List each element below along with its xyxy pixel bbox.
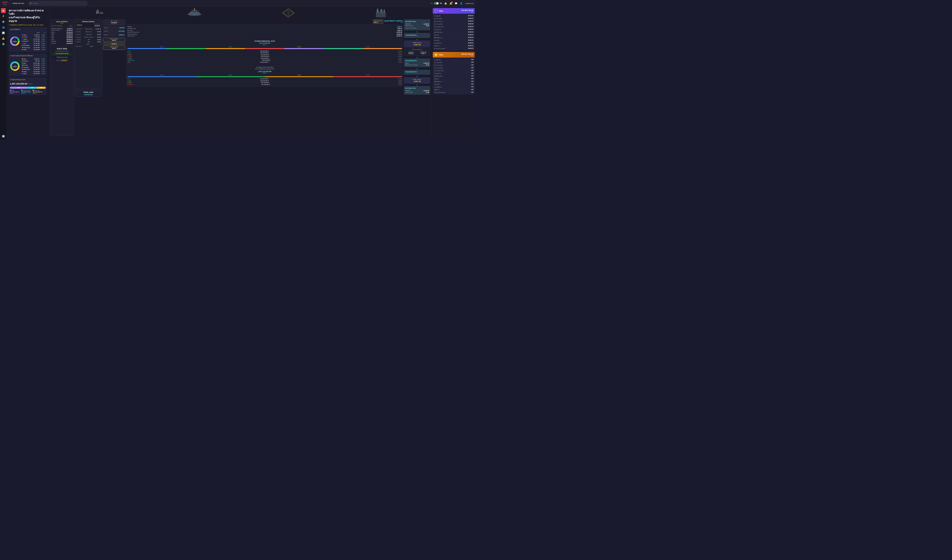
gas-supply-title: GAS SUPPLY [51, 20, 73, 23]
plant-row-biogas: Bio Gas 18,748.458 0.05% [21, 65, 46, 66]
sidebar-item-chart[interactable]: 📊 [1, 31, 6, 35]
stat-label: สถาบันปิดตรอ [434, 86, 442, 88]
ips-re-area: IPS/RE 3,844.02 1,117.76 [405, 51, 417, 55]
lpg-petrochem: LPG&Petrochemical [51, 56, 73, 59]
user-icon[interactable]: 👤 [460, 2, 463, 5]
gas-demand-box: ความต้องการก๊าซธรรมชาติแยกตามภาคไฟฟ้าและ… [127, 65, 403, 86]
fuel-table: GWh % Hydro 18,460.47 3.06% Fuel oil 105… [21, 32, 46, 51]
lng-lt-spot-box: LNG LT+SPOT 20,705.41 20,705.41 [103, 20, 125, 26]
stat-label: กิจการนาดใหญ่ [434, 23, 443, 25]
svg-marker-19 [97, 9, 99, 14]
pea-bot-unit: GWh [461, 55, 473, 57]
electricity-section-title: การผลิตพลังงานไฟฟ้าในระบบ (กฟน. กฟภ. และ… [9, 24, 47, 26]
sys-op-pct-bars: 36.06% 36.06% 36.06% 36.06% [127, 46, 402, 48]
elec-supply-unit: GWh [385, 22, 403, 23]
svg-rect-17 [101, 12, 101, 14]
fuel-row-naturalgas: Natural Gas 18,748.458 0.05% [21, 46, 46, 49]
public-service-bot: Public Service 3,567.56 [404, 77, 430, 84]
stat-row: สถาบันปิดตรอ38,263.31 [434, 42, 474, 45]
plant-row-hydro: Hydro 18,748.458 0.05% [21, 73, 46, 75]
gas-legend: LNG 427,576,465.04 MMBTU Myanmar Gas 249… [10, 90, 46, 94]
search-bar[interactable]: 🔍 [28, 1, 88, 6]
stat-label: จำหน่ายต่างประเทศ [434, 91, 445, 93]
sidebar-item-people[interactable]: 👥 [1, 25, 6, 30]
sidebar-item-alert[interactable]: ⚠️ [1, 36, 6, 41]
gs-col-name: GULF OF THAILAND [51, 25, 62, 26]
stat-value: 38,263.31 [468, 34, 473, 36]
yadana-box: 00.000 YADANA [103, 26, 125, 29]
gas-supply-column: GAS SUPPLY BBTU GULF OF THAILAND BBTU Be… [50, 20, 74, 136]
plant-row-solar: Solar 18,460.47 3.06% [21, 58, 46, 60]
search-input[interactable] [33, 3, 85, 5]
sidebar-item-bolt[interactable]: ⚡ [1, 14, 6, 19]
elec-supply-section: Direct Customer 942.71 ELECTRICITY SUPPL… [127, 20, 403, 136]
lang-th[interactable]: TH [440, 3, 442, 5]
gas-separation-plant: Gas Separation Plant ◆ [51, 52, 73, 55]
pipe-row-ipp2: ● 00.000 IPP 00.000 [76, 39, 101, 41]
notification-badge: 3 [451, 2, 453, 3]
message-icon[interactable]: 💬 [455, 2, 457, 5]
lhv-value: 4,103.12 [77, 24, 82, 26]
ps-bot-title: Public Service [405, 79, 429, 80]
trans-egat-row: EGAT Direct Customer 22.48 [405, 64, 429, 66]
notification-icon[interactable]: 🔔 3 [450, 2, 452, 5]
page-title: สถานการณ์การผลิตและจำหน่ายไฟฟ้า และก๊าซธ… [9, 9, 47, 23]
stat-label: สูบน้ำเพื่อเกษตร [434, 31, 443, 33]
svg-rect-22 [190, 12, 199, 15]
stat-value: 0.00 [471, 78, 473, 80]
elec-supply-title: ELECTRICITY SUPPLY [385, 20, 403, 22]
stat-row: กิจการเฉพาะอย่าง0.00 [434, 69, 474, 72]
sidebar-item-expand[interactable]: ➡️ [1, 134, 6, 139]
stat-label: สถาบันปิดตรอ [434, 42, 442, 44]
svg-rect-31 [376, 12, 386, 17]
header: PTT LNG HOME /หน้าหลัก 🔍 EN TH 🏠 🔔 3 💬 👤… [0, 0, 476, 7]
fuel-row-import: Import 18,748.458 0.05% [21, 49, 46, 51]
stat-value: 38,263.31 [468, 28, 473, 31]
ips-non-re-area: IPS/Non RE 6,565.34 263 [418, 51, 429, 55]
elec-supply-title-area: ELECTRICITY SUPPLY GWh [385, 20, 403, 23]
sys-op-value: 1,487,153,550.000 [127, 42, 402, 44]
ship-icon [187, 8, 202, 17]
lang-en[interactable]: EN [431, 3, 433, 5]
stat-label: สูบน้ำเพื่อเกษตร [434, 75, 443, 77]
stat-row: สูบน้ำเพื่อเกษตร38,263.31 [434, 31, 474, 34]
sys-op-title: SYSTEM OPERATION - EGAT [127, 40, 402, 42]
fuel-donut-chart: Total 242,626.33 GWh [10, 36, 20, 46]
dist-vspp-re: VSPP/RE 11,604.55 [405, 23, 429, 25]
gas-demand-title: ความต้องการก๊าซธรรมชาติแยกตามภาคไฟฟ้าและ… [127, 66, 402, 70]
stat-row: กิจการนาดกลาง38,263.31 [434, 20, 474, 23]
stat-label: ไฟสำรอง [434, 34, 439, 36]
gulf-gas-area: GULF GAS Gas Separation Plant Gas Separa… [51, 46, 73, 62]
pea-bot-card: 🟡 PEA 515,527,384.02 GWh [433, 52, 475, 58]
fuel-row-renewable: Renewable 18,748.458 0.05% [21, 45, 46, 46]
stat-value: 38,263.31 [468, 26, 473, 28]
stat-label: ผู้ใช้ไฟชั่วคราว [434, 37, 442, 39]
stat-label: ไฟที่กำกาง [434, 89, 440, 91]
stat-label: จำหน่ายต่างประเทศ [434, 48, 445, 49]
stat-label: กิจการนาดใหญ่ [434, 67, 443, 69]
stat-value: 0.00 [471, 86, 473, 88]
stat-row: ไฟที่กำกาง0.00 [434, 88, 474, 91]
lang-switch[interactable] [434, 2, 439, 5]
svg-rect-36 [381, 9, 382, 11]
gd-ipp: ● IPP 234,218,460.47 16.06% [127, 78, 402, 80]
gas-segment-lng: 50% [10, 87, 28, 89]
direct-customer-2: Direct Customer 942.71 [103, 46, 125, 50]
pipe-row-egat-jana: ● 00.000 EGAT จะนะ: 00.000 [76, 31, 101, 33]
home-icon[interactable]: 🏠 [444, 2, 447, 5]
sidebar-item-settings[interactable]: ⚙️ [1, 42, 6, 46]
egat-ipp-row: EGAT/IPP (Non Gas) 32,335.20 [127, 31, 402, 34]
trans-mid-title: TRANSMISSION [405, 60, 429, 62]
sidebar-item-home[interactable]: 🏠 [1, 8, 6, 13]
distribution-top: DISTRIBUTION VSPP/RE 11,604.55 VSPP non … [404, 20, 430, 31]
nav-home[interactable]: HOME /หน้าหลัก [12, 2, 24, 5]
stat-row: จำหน่ายต่างประเทศ0.00 [434, 91, 474, 94]
stat-row: สูบน้ำเพื่อเกษตร0.00 [434, 75, 474, 77]
offshore-platform [91, 8, 108, 19]
sys-op-unit: MMBTU [127, 44, 402, 46]
pool-gas-value: 203,098.165 [76, 94, 101, 96]
stat-row: กิจการนาดเล็ก38,263.31 [434, 17, 474, 20]
pea-top-unit: GWh [461, 11, 473, 12]
stat-label: กิจการนาดกลาง [434, 20, 443, 22]
sidebar-item-atom[interactable]: ⚙️ [1, 19, 6, 24]
